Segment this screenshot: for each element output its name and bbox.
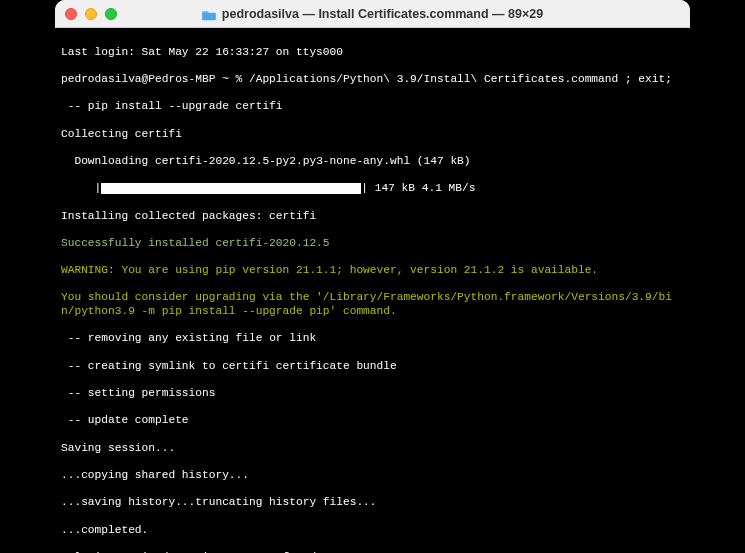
terminal-line: Last login: Sat May 22 16:33:27 on ttys0…: [61, 46, 684, 60]
progress-bar: [101, 183, 361, 194]
terminal-line: -- setting permissions: [61, 387, 684, 401]
terminal-line: ...saving history...truncating history f…: [61, 496, 684, 510]
terminal-line: -- removing any existing file or link: [61, 332, 684, 346]
terminal-line: pedrodasilva@Pedros-MBP ~ % /Application…: [61, 73, 684, 87]
title-wrap: pedrodasilva — Install Certificates.comm…: [55, 7, 690, 21]
maximize-button[interactable]: [105, 8, 117, 20]
terminal-line: -- pip install --upgrade certifi: [61, 100, 684, 114]
progress-prefix: |: [61, 182, 101, 194]
terminal-progress-line: || 147 kB 4.1 MB/s: [61, 182, 684, 196]
terminal-line: -- creating symlink to certifi certifica…: [61, 360, 684, 374]
folder-icon: [202, 8, 216, 20]
terminal-window: pedrodasilva — Install Certificates.comm…: [55, 0, 690, 553]
traffic-lights: [65, 8, 117, 20]
titlebar[interactable]: pedrodasilva — Install Certificates.comm…: [55, 0, 690, 28]
terminal-line: Installing collected packages: certifi: [61, 210, 684, 224]
terminal-line: -- update complete: [61, 414, 684, 428]
window-title: pedrodasilva — Install Certificates.comm…: [222, 7, 543, 21]
terminal-line-success: Successfully installed certifi-2020.12.5: [61, 237, 684, 251]
terminal-body[interactable]: Last login: Sat May 22 16:33:27 on ttys0…: [55, 28, 690, 553]
terminal-line: Collecting certifi: [61, 128, 684, 142]
minimize-button[interactable]: [85, 8, 97, 20]
terminal-line-warning: WARNING: You are using pip version 21.1.…: [61, 264, 684, 278]
terminal-line: Downloading certifi-2020.12.5-py2.py3-no…: [61, 155, 684, 169]
terminal-line: ...copying shared history...: [61, 469, 684, 483]
terminal-line: ...completed.: [61, 524, 684, 538]
terminal-line: Saving session...: [61, 442, 684, 456]
close-button[interactable]: [65, 8, 77, 20]
terminal-line-warning: You should consider upgrading via the '/…: [61, 291, 684, 318]
progress-suffix: | 147 kB 4.1 MB/s: [361, 182, 475, 194]
